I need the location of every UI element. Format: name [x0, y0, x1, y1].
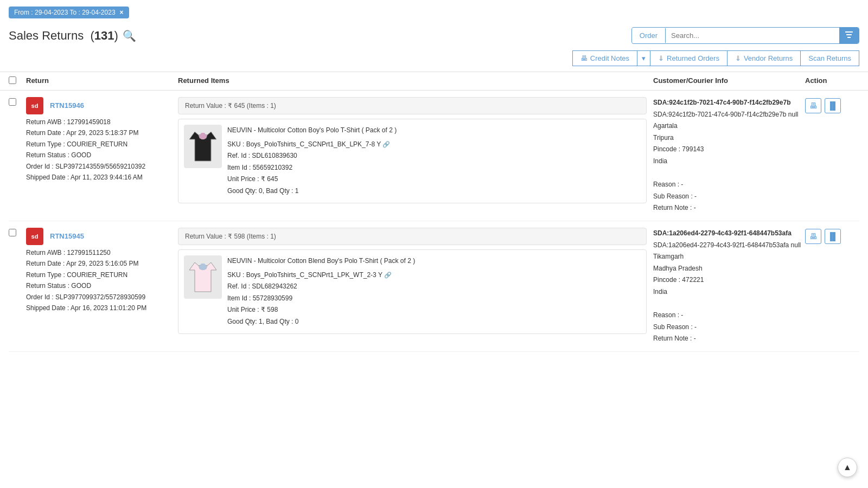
item-ref-id: Ref. Id : SDL682943262	[227, 281, 415, 293]
return-note: Return Note : -	[653, 202, 805, 214]
item-id: Item Id : 55728930599	[227, 293, 415, 305]
return-value-box: Return Value : ₹ 598 (Items : 1)	[178, 228, 647, 245]
download-icon-vendor: ⇓	[735, 54, 741, 62]
item-sku: SKU : Boys_PoloTshirts_C_SCNPrt1_LPK_WT_…	[227, 269, 415, 281]
item-name: NEUVIN - Multicolor Cotton Blend Boy's P…	[227, 255, 415, 267]
date-filter-badge[interactable]: From : 29-04-2023 To : 29-04-2023 ×	[9, 7, 129, 18]
action-col: 🖶 ▐▌	[805, 97, 859, 113]
customer-info-col: SDA:924c1f2b-7021-47c4-90b7-f14c2fb29e7b…	[653, 97, 805, 214]
header-action: Action	[805, 76, 859, 86]
action-col: 🖶 ▐▌	[805, 228, 859, 244]
scan-returns-button[interactable]: Scan Returns	[800, 50, 859, 66]
return-sub-reason: Sub Reason : -	[653, 322, 805, 333]
customer-id: SDA:924c1f2b-7021-47c4-90b7-f14c2fb29e7b	[653, 97, 805, 109]
print-action-button[interactable]: 🖶	[805, 98, 821, 113]
header-checkbox-col	[9, 76, 26, 86]
customer-country: India	[653, 286, 805, 298]
credit-notes-button[interactable]: 🖶 Credit Notes	[572, 50, 637, 66]
item-thumbnail	[184, 255, 222, 299]
return-note: Return Note : -	[653, 333, 805, 345]
return-value-box: Return Value : ₹ 645 (Items : 1)	[178, 97, 647, 114]
title-search-icon[interactable]: 🔍	[123, 29, 136, 42]
header-customer-info: Customer/Courier Info	[653, 76, 805, 86]
table-row: sd RTN15946 Return AWB : 127991459018 Re…	[9, 91, 859, 221]
print-action-button[interactable]: 🖶	[805, 229, 821, 244]
header-return: Return	[26, 76, 178, 86]
return-awb: Return AWB : 127991511250	[26, 247, 178, 258]
customer-state: Tripura	[653, 132, 805, 144]
item-details: NEUVIN - Multicolor Cotton Boy's Polo T-…	[227, 125, 397, 197]
filter-button[interactable]	[839, 28, 859, 43]
vendor-returns-button[interactable]: ⇓ Vendor Returns	[727, 50, 800, 66]
order-search-button[interactable]: Order	[632, 28, 666, 43]
search-bar: Order	[631, 27, 859, 44]
page-title-area: Sales Returns (131) 🔍	[9, 29, 136, 43]
return-status: Return Status : GOOD	[26, 280, 178, 291]
row-checkbox-col	[9, 228, 26, 238]
customer-info-col: SDA:1a206ed4-2279-4c43-92f1-648447b53afa…	[653, 228, 805, 345]
return-type: Return Type : COURIER_RETURN	[26, 269, 178, 280]
credit-notes-dropdown-button[interactable]: ▾	[637, 50, 650, 66]
sd-logo: sd	[26, 228, 43, 245]
print-icon: 🖶	[580, 54, 588, 62]
customer-country: India	[653, 156, 805, 168]
return-id-link[interactable]: RTN15945	[50, 230, 84, 242]
row-checkbox[interactable]	[9, 229, 16, 236]
customer-city: Agartala	[653, 120, 805, 132]
row-checkbox[interactable]	[9, 98, 16, 106]
download-icon-returned: ⇓	[658, 54, 664, 62]
return-shipped-date: Shipped Date : Apr 11, 2023 9:44:16 AM	[26, 172, 178, 183]
customer-id: SDA:1a206ed4-2279-4c43-92f1-648447b53afa	[653, 228, 805, 240]
date-filter-label: From : 29-04-2023 To : 29-04-2023	[14, 9, 116, 16]
item-sku: SKU : Boys_PoloTshirts_C_SCNPrt1_BK_LPK_…	[227, 139, 397, 151]
return-awb: Return AWB : 127991459018	[26, 117, 178, 127]
search-input[interactable]	[666, 28, 839, 43]
return-reason: Reason : -	[653, 310, 805, 322]
return-sub-reason: Sub Reason : -	[653, 191, 805, 203]
returned-items-col: Return Value : ₹ 598 (Items : 1) NEUVIN …	[178, 228, 653, 334]
table-row: sd RTN15945 Return AWB : 127991511250 Re…	[9, 221, 859, 352]
date-filter-close[interactable]: ×	[120, 9, 124, 16]
return-date: Return Date : Apr 29, 2023 5:16:05 PM	[26, 258, 178, 269]
customer-city: Tikamgarh	[653, 251, 805, 263]
return-id-link[interactable]: RTN15946	[50, 100, 84, 112]
return-reason: Reason : -	[653, 179, 805, 191]
item-unit-price: Unit Price : ₹ 645	[227, 174, 397, 185]
sku-link-icon[interactable]: 🔗	[384, 272, 392, 278]
returns-list: sd RTN15946 Return AWB : 127991459018 Re…	[0, 91, 868, 352]
customer-id-full: SDA:924c1f2b-7021-47c4-90b7-f14c2fb29e7b…	[653, 109, 805, 121]
sd-logo: sd	[26, 97, 43, 114]
return-info-col: sd RTN15946 Return AWB : 127991459018 Re…	[26, 97, 178, 183]
filter-icon	[845, 31, 853, 38]
action-buttons-row: 🖶 Credit Notes ▾ ⇓ Returned Orders ⇓ Ven…	[0, 48, 868, 72]
item-ref-id: Ref. Id : SDL610839630	[227, 150, 397, 162]
return-order-id: Order Id : SLP3977099372/55728930599	[26, 292, 178, 303]
page-title-text: Sales Returns (131)	[9, 29, 118, 43]
customer-pincode: Pincode : 799143	[653, 144, 805, 156]
item-details: NEUVIN - Multicolor Cotton Blend Boy's P…	[227, 255, 415, 328]
customer-pincode: Pincode : 472221	[653, 274, 805, 286]
item-qty: Good Qty: 1, Bad Qty : 0	[227, 316, 415, 328]
sku-link-icon[interactable]: 🔗	[382, 141, 390, 147]
item-id: Item Id : 55659210392	[227, 162, 397, 174]
item-card: NEUVIN - Multicolor Cotton Blend Boy's P…	[178, 249, 647, 334]
select-all-checkbox[interactable]	[9, 76, 16, 84]
item-thumbnail	[184, 125, 222, 168]
item-unit-price: Unit Price : ₹ 598	[227, 304, 415, 316]
barcode-action-button[interactable]: ▐▌	[825, 98, 841, 113]
svg-rect-8	[201, 264, 205, 270]
returned-items-col: Return Value : ₹ 645 (Items : 1) NEUVIN …	[178, 97, 653, 203]
header-row: Sales Returns (131) 🔍 Order	[0, 27, 868, 48]
returned-orders-button[interactable]: ⇓ Returned Orders	[650, 50, 727, 66]
customer-id-full: SDA:1a206ed4-2279-4c43-92f1-648447b53afa…	[653, 240, 805, 252]
customer-state: Madhya Pradesh	[653, 263, 805, 275]
return-type: Return Type : COURIER_RETURN	[26, 139, 178, 150]
return-order-id: Order Id : SLP3972143559/55659210392	[26, 161, 178, 172]
item-name: NEUVIN - Multicolor Cotton Boy's Polo T-…	[227, 125, 397, 137]
barcode-action-button[interactable]: ▐▌	[825, 229, 841, 244]
return-status: Return Status : GOOD	[26, 150, 178, 160]
return-shipped-date: Shipped Date : Apr 16, 2023 11:01:20 PM	[26, 303, 178, 313]
item-card: NEUVIN - Multicolor Cotton Boy's Polo T-…	[178, 119, 647, 203]
return-info-col: sd RTN15945 Return AWB : 127991511250 Re…	[26, 228, 178, 313]
item-qty: Good Qty: 0, Bad Qty : 1	[227, 185, 397, 197]
